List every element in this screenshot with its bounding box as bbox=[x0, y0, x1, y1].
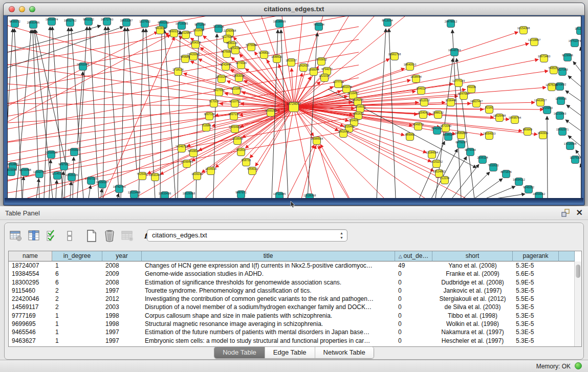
graph-node[interactable]: 10654112 bbox=[513, 178, 525, 186]
graph-node[interactable]: 8427552 bbox=[213, 89, 224, 96]
column-visibility-icon[interactable] bbox=[26, 229, 41, 243]
table-scrollbar[interactable] bbox=[574, 261, 581, 346]
window-titlebar[interactable]: citations_edges.txt bbox=[4, 3, 584, 15]
tab-node-table[interactable]: Node Table bbox=[214, 347, 265, 358]
graph-node[interactable]: 16046756 bbox=[176, 145, 188, 152]
graph-node[interactable]: 10973483 bbox=[538, 55, 550, 62]
graph-node[interactable]: 7485053 bbox=[548, 67, 559, 74]
graph-node[interactable]: 16959974 bbox=[46, 18, 58, 26]
graph-node[interactable]: 7254022 bbox=[247, 167, 257, 175]
graph-node[interactable]: 1107533 bbox=[570, 156, 580, 164]
graph-node[interactable]: 7625402 bbox=[137, 172, 147, 180]
graph-node[interactable]: 9897587 bbox=[58, 163, 69, 170]
graph-node[interactable]: 10154308 bbox=[517, 27, 530, 34]
graph-node[interactable]: 9487971 bbox=[235, 191, 246, 199]
graph-node[interactable]: 6947583 bbox=[458, 92, 469, 100]
graph-node[interactable]: 982811 bbox=[236, 148, 246, 156]
graph-node[interactable]: 8471676 bbox=[500, 170, 511, 178]
graph-node[interactable]: 753584 bbox=[202, 124, 211, 132]
graph-node[interactable]: 10653287 bbox=[120, 19, 133, 27]
graph-node[interactable]: 1274323 bbox=[235, 61, 246, 69]
select-all-rows-icon[interactable] bbox=[44, 229, 59, 243]
graph-node[interactable]: 9861022 bbox=[83, 18, 94, 26]
table-row[interactable]: 946362711997Embryonic stem cells: a mode… bbox=[9, 337, 581, 345]
graph-node[interactable]: 994012 bbox=[417, 87, 426, 95]
graph-node[interactable]: 1640911 bbox=[537, 132, 548, 139]
graph-node[interactable]: 10719185 bbox=[176, 22, 188, 30]
graph-node[interactable]: 1812614 bbox=[575, 27, 581, 35]
graph-node[interactable]: 1572040 bbox=[440, 124, 451, 132]
graph-node[interactable]: 7515526 bbox=[213, 25, 224, 33]
citation-graph[interactable]: 9435572206914061695997410852762986102216… bbox=[8, 16, 581, 199]
graph-node[interactable]: 7632621 bbox=[488, 164, 498, 171]
close-panel-icon[interactable]: ✕ bbox=[576, 208, 583, 217]
table-row[interactable]: 977716911998Corpus callosum shape and si… bbox=[9, 312, 581, 320]
graph-node[interactable]: 3036448 bbox=[445, 99, 456, 106]
graph-node[interactable]: 3267130 bbox=[204, 113, 214, 120]
graph-node[interactable]: 2718126 bbox=[172, 68, 183, 76]
graph-node[interactable]: 12923448 bbox=[128, 191, 140, 199]
graph-node[interactable]: 1609148 bbox=[191, 172, 202, 180]
graph-node[interactable]: 6479197 bbox=[455, 141, 466, 148]
graph-node[interactable]: 16099489 bbox=[181, 160, 193, 168]
graph-node[interactable]: 917003 bbox=[209, 100, 219, 107]
column-header-filler[interactable] bbox=[559, 251, 575, 261]
graph-node[interactable]: 15495794 bbox=[509, 116, 521, 124]
graph-node[interactable]: 8912954 bbox=[180, 31, 191, 39]
graph-node[interactable]: 15751074 bbox=[569, 39, 581, 47]
graph-node[interactable]: 15692971 bbox=[556, 128, 569, 136]
column-header-year[interactable]: year bbox=[102, 251, 142, 261]
graph-node[interactable]: 20200536 bbox=[45, 151, 57, 159]
deselect-rows-icon[interactable] bbox=[62, 229, 77, 243]
column-header-name[interactable]: name bbox=[9, 251, 52, 261]
graph-node[interactable]: 9242848 bbox=[220, 63, 231, 71]
graph-node[interactable]: 13184594 bbox=[426, 151, 438, 159]
graph-node[interactable]: 1621016 bbox=[319, 74, 330, 82]
graph-node[interactable]: 958733 bbox=[242, 159, 251, 166]
tab-network-table[interactable]: Network Table bbox=[315, 347, 374, 358]
graph-node[interactable]: 1214519 bbox=[52, 172, 62, 180]
graph-node[interactable]: 5493822 bbox=[188, 149, 199, 157]
graph-node[interactable]: 16572743 bbox=[101, 18, 113, 26]
network-canvas[interactable]: 9435572206914061695997410852762986102216… bbox=[7, 16, 581, 199]
table-selector-dropdown[interactable]: citations_edges.txt ▲▼ bbox=[147, 229, 347, 242]
graph-node[interactable]: 3867130 bbox=[228, 113, 239, 120]
graph-node[interactable]: 8940954 bbox=[431, 127, 442, 135]
new-file-icon[interactable] bbox=[84, 229, 99, 243]
graph-node[interactable]: 8915659 bbox=[8, 168, 17, 176]
graph-node[interactable]: 989689 bbox=[181, 55, 190, 63]
column-header-out_de…[interactable]: △out_de… bbox=[395, 251, 432, 261]
graph-node[interactable]: 1999044 bbox=[308, 68, 319, 76]
graph-node[interactable]: 13505115 bbox=[66, 173, 78, 181]
graph-node[interactable]: 8413054 bbox=[382, 19, 393, 27]
graph-node[interactable]: 9129966 bbox=[562, 54, 573, 61]
table-row[interactable]: 2242004622012Investigating the contribut… bbox=[9, 295, 581, 303]
graph-node[interactable]: 1216021 bbox=[355, 105, 365, 113]
graph-node[interactable]: 1516645 bbox=[232, 137, 243, 145]
table-scrollbar-thumb[interactable] bbox=[576, 265, 580, 278]
graph-node[interactable]: 12218867 bbox=[528, 38, 540, 46]
graph-node[interactable]: 10591447 bbox=[149, 173, 161, 181]
delete-table-icon[interactable] bbox=[120, 229, 135, 243]
table-row[interactable]: 1872400712008Changes of HCN gene express… bbox=[9, 261, 581, 270]
graph-node[interactable]: 13463627 bbox=[534, 99, 547, 106]
graph-node[interactable]: 1327602 bbox=[139, 20, 150, 28]
graph-node[interactable]: 1154049 bbox=[418, 111, 428, 119]
graph-node[interactable]: 16210643 bbox=[554, 112, 566, 120]
graph-node[interactable]: 1362615 bbox=[298, 64, 309, 72]
graph-node[interactable]: 889969 bbox=[523, 128, 532, 136]
table-row[interactable]: 946554611997Estimation of the future num… bbox=[9, 328, 581, 336]
graph-node[interactable]: 82160 bbox=[485, 106, 493, 114]
graph-node[interactable]: 17957225 bbox=[85, 177, 97, 185]
graph-node[interactable]: 19054923 bbox=[483, 132, 495, 140]
graph-node[interactable]: 5375685 bbox=[246, 43, 256, 51]
column-header-in_degree[interactable]: in_degree bbox=[52, 251, 102, 261]
graph-node[interactable]: 1588520 bbox=[271, 55, 282, 63]
graph-node[interactable]: 7955812 bbox=[316, 58, 326, 65]
memory-status-indicator[interactable] bbox=[575, 362, 582, 369]
table-row[interactable]: 911546021997Tourette syndrome. Phenomeno… bbox=[9, 287, 581, 295]
graph-node[interactable]: 7463822 bbox=[155, 27, 165, 34]
table-settings-icon[interactable] bbox=[8, 229, 24, 243]
table-row[interactable]: 1456911722003Disruption of a novel membe… bbox=[9, 303, 581, 311]
graph-node[interactable]: 889965 bbox=[405, 133, 415, 141]
